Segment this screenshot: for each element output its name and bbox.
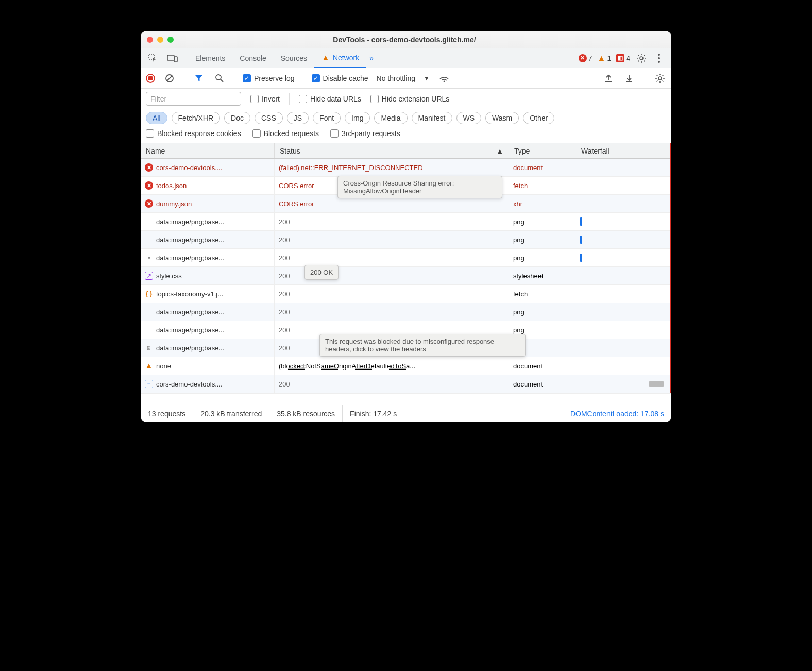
- fetch-icon: { }: [145, 290, 153, 298]
- warning-count-badge[interactable]: ▲ 1: [598, 54, 612, 63]
- filter-input[interactable]: Filter: [146, 92, 241, 106]
- table-row[interactable]: ≡cors-demo-devtools.... 200 document: [141, 375, 671, 393]
- tab-elements[interactable]: Elements: [188, 48, 232, 68]
- request-name: todos.json: [156, 182, 187, 190]
- error-icon: ✕: [579, 54, 587, 62]
- pill-other[interactable]: Other: [523, 112, 554, 124]
- tab-console[interactable]: Console: [232, 48, 273, 68]
- table-row[interactable]: ✕cors-demo-devtools.... (failed) net::ER…: [141, 159, 671, 177]
- chevron-down-icon[interactable]: ▼: [424, 75, 430, 82]
- pill-media[interactable]: Media: [374, 112, 407, 124]
- preserve-log-checkbox[interactable]: ✓ Preserve log: [243, 74, 295, 82]
- issues-count-badge[interactable]: ◧ 4: [616, 54, 630, 62]
- error-icon: ✕: [145, 163, 153, 172]
- table-row[interactable]: ▾data:image/png;base... 200 png: [141, 249, 671, 267]
- maximize-window-button[interactable]: [167, 37, 174, 43]
- pill-ws[interactable]: WS: [456, 112, 482, 124]
- settings-gear-icon[interactable]: [635, 52, 648, 64]
- checkbox-icon: [252, 129, 261, 138]
- hide-extension-urls-checkbox[interactable]: Hide extension URLs: [370, 95, 450, 103]
- pill-js[interactable]: JS: [287, 112, 309, 124]
- hide-data-urls-checkbox[interactable]: Hide data URLs: [299, 95, 361, 103]
- error-icon: ✕: [145, 199, 153, 208]
- pill-wasm[interactable]: Wasm: [485, 112, 519, 124]
- table-header: Name Status▲ Type Waterfall: [141, 143, 671, 159]
- waterfall-cell: [576, 267, 671, 284]
- export-har-icon[interactable]: [623, 72, 635, 85]
- checkbox-icon: [146, 129, 154, 138]
- error-count-badge[interactable]: ✕ 7: [579, 54, 593, 62]
- record-button[interactable]: [146, 74, 155, 83]
- table-row[interactable]: –data:image/png;base... 200 png: [141, 303, 671, 321]
- status-transferred: 20.3 kB transferred: [193, 405, 269, 422]
- request-type: png: [509, 231, 576, 248]
- request-type: stylesheet: [509, 267, 576, 284]
- device-toolbar-icon[interactable]: [166, 52, 179, 64]
- pill-font[interactable]: Font: [313, 112, 341, 124]
- col-type[interactable]: Type: [509, 143, 576, 158]
- checkbox-checked-icon: ✓: [312, 74, 320, 82]
- col-waterfall[interactable]: Waterfall: [576, 143, 671, 158]
- request-name: dummy.json: [156, 200, 192, 208]
- disable-cache-checkbox[interactable]: ✓ Disable cache: [312, 74, 368, 82]
- inspect-element-icon[interactable]: [147, 52, 159, 64]
- panel-tabs: Elements Console Sources ▲ Network »: [188, 48, 377, 68]
- tab-network[interactable]: ▲ Network: [314, 48, 366, 68]
- request-name: data:image/png;base...: [156, 218, 224, 226]
- window-controls: [147, 37, 174, 43]
- clear-button[interactable]: [163, 72, 176, 85]
- import-har-icon[interactable]: [602, 72, 615, 85]
- network-conditions-icon[interactable]: [438, 72, 450, 85]
- request-status: 200: [275, 303, 509, 321]
- checkbox-icon: [299, 95, 307, 103]
- status-dcl: DOMContentLoaded: 17.08 s: [563, 405, 671, 422]
- pill-doc[interactable]: Doc: [224, 112, 250, 124]
- col-status[interactable]: Status▲: [275, 143, 509, 158]
- blocked-cookies-checkbox[interactable]: Blocked response cookies: [146, 129, 241, 138]
- network-settings-gear-icon[interactable]: [654, 72, 666, 85]
- filter-options-row: Filter Invert Hide data URLs Hide extens…: [141, 89, 671, 109]
- waterfall-cell: [576, 285, 671, 303]
- request-name: data:image/png;base...: [156, 326, 224, 334]
- table-row[interactable]: –data:image/png;base... 200 png: [141, 213, 671, 231]
- pill-all[interactable]: All: [146, 112, 167, 124]
- table-row[interactable]: ↗style.css 200 stylesheet: [141, 267, 671, 285]
- col-name[interactable]: Name: [141, 143, 275, 158]
- waterfall-cell: [576, 339, 671, 357]
- filter-icon[interactable]: [193, 72, 205, 85]
- table-row[interactable]: ▲none (blocked:NotSameOriginAfterDefault…: [141, 357, 671, 375]
- minimize-window-button[interactable]: [157, 37, 163, 43]
- statusbar: 13 requests 20.3 kB transferred 35.8 kB …: [141, 405, 671, 422]
- pill-css[interactable]: CSS: [255, 112, 283, 124]
- tab-sources[interactable]: Sources: [274, 48, 314, 68]
- invert-checkbox[interactable]: Invert: [250, 95, 280, 103]
- table-row[interactable]: –data:image/png;base... 200 png: [141, 231, 671, 249]
- status-tooltip: 200 OK: [304, 265, 339, 280]
- overview-strip: [670, 143, 671, 393]
- warning-icon: ▲: [322, 48, 330, 68]
- pill-img[interactable]: Img: [345, 112, 370, 124]
- request-type: document: [509, 357, 576, 375]
- more-menu-icon[interactable]: [653, 52, 665, 64]
- throttling-select[interactable]: No throttling: [377, 74, 415, 82]
- blocked-requests-checkbox[interactable]: Blocked requests: [252, 129, 319, 138]
- pill-fetch-xhr[interactable]: Fetch/XHR: [172, 112, 220, 124]
- request-status: 200: [275, 213, 509, 230]
- request-type: fetch: [509, 177, 576, 194]
- request-type: png: [509, 213, 576, 230]
- status-requests: 13 requests: [141, 405, 193, 422]
- pill-manifest[interactable]: Manifest: [412, 112, 452, 124]
- request-name: topics-taxonomy-v1.j...: [156, 290, 223, 298]
- request-status: 200: [275, 249, 509, 266]
- document-icon: ≡: [145, 380, 153, 388]
- search-icon[interactable]: [213, 72, 226, 85]
- more-tabs-button[interactable]: »: [366, 48, 377, 68]
- request-type: xhr: [509, 195, 576, 212]
- svg-line-8: [167, 76, 172, 81]
- close-window-button[interactable]: [147, 37, 153, 43]
- request-name: data:image/png;base...: [156, 344, 224, 352]
- generic-icon: –: [145, 308, 153, 316]
- waterfall-cell: [576, 195, 671, 212]
- table-row[interactable]: { }topics-taxonomy-v1.j... 200 fetch: [141, 285, 671, 303]
- third-party-checkbox[interactable]: 3rd-party requests: [330, 129, 400, 138]
